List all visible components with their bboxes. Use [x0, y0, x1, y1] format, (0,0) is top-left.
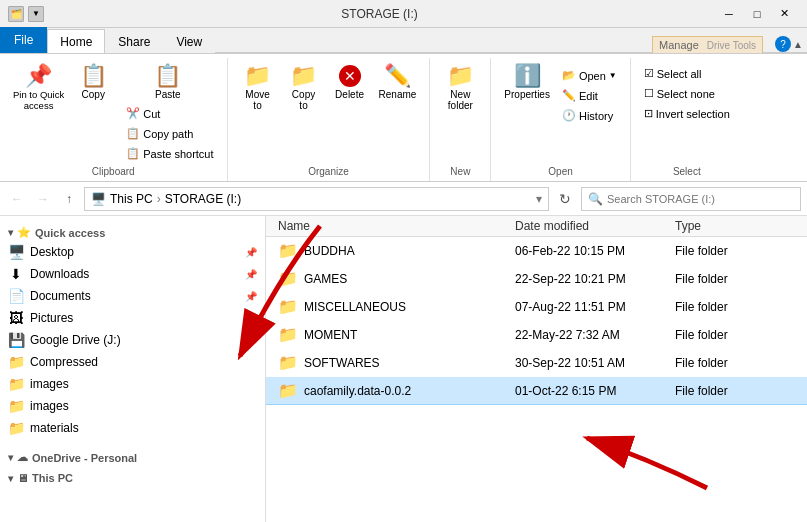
sidebar-item-compressed[interactable]: 📁 Compressed [0, 351, 265, 373]
file-type: File folder [675, 384, 795, 398]
tab-view[interactable]: View [163, 29, 215, 53]
file-name-cell: 📁 MOMENT [278, 325, 515, 344]
onedrive-label: OneDrive - Personal [32, 452, 137, 464]
sidebar-item-label: Compressed [30, 355, 98, 369]
file-date: 06-Feb-22 10:15 PM [515, 244, 675, 258]
delete-icon: ✕ [339, 65, 361, 87]
quick-access-chevron[interactable]: ▾ [8, 227, 13, 238]
maximize-button[interactable]: □ [743, 0, 771, 28]
ribbon-tabs: File Home Share View Manage Drive Tools … [0, 28, 807, 54]
sidebar-item-images-2[interactable]: 📁 images [0, 395, 265, 417]
paste-shortcut-button[interactable]: 📋 Paste shortcut [121, 144, 218, 163]
tab-home[interactable]: Home [47, 29, 105, 53]
table-row[interactable]: 📁 BUDDHA 06-Feb-22 10:15 PM File folder [266, 237, 807, 265]
quick-access-icon[interactable]: ▼ [28, 6, 44, 22]
images-folder-icon-1: 📁 [8, 376, 24, 392]
this-pc-link[interactable]: This PC [110, 192, 153, 206]
storage-link[interactable]: STORAGE (I:) [165, 192, 241, 206]
sidebar-item-label: images [30, 399, 69, 413]
table-row[interactable]: 📁 SOFTWARES 30-Sep-22 10:51 AM File fold… [266, 349, 807, 377]
new-group: 📁 New folder New [430, 58, 491, 181]
select-all-button[interactable]: ☑ Select all [639, 64, 707, 83]
open-button[interactable]: 📂 Open ▼ [557, 66, 622, 85]
quick-access-header: ▾ ⭐ Quick access [0, 220, 265, 241]
downloads-icon: ⬇ [8, 266, 24, 282]
new-folder-button[interactable]: 📁 New folder [438, 62, 482, 114]
tab-share[interactable]: Share [105, 29, 163, 53]
file-name: GAMES [304, 272, 347, 286]
search-box[interactable]: 🔍 [581, 187, 801, 211]
table-row[interactable]: 📁 GAMES 22-Sep-22 10:21 PM File folder [266, 265, 807, 293]
search-input[interactable] [607, 193, 794, 205]
organize-group: 📁 Move to 📁 Copy to ✕ Delete ✏️ Rename O… [228, 58, 431, 181]
copy-icon: 📋 [80, 65, 107, 87]
sidebar-item-label: materials [30, 421, 79, 435]
edit-button[interactable]: ✏️ Edit [557, 86, 622, 105]
column-type[interactable]: Type [675, 219, 795, 233]
paste-button[interactable]: 📋 Paste [117, 62, 218, 103]
column-date-modified[interactable]: Date modified [515, 219, 675, 233]
downloads-pin-icon: 📌 [245, 269, 257, 280]
history-icon: 🕐 [562, 109, 576, 122]
table-row[interactable]: 📁 caofamily.data-0.0.2 01-Oct-22 6:15 PM… [266, 377, 807, 405]
move-to-button[interactable]: 📁 Move to [236, 62, 280, 114]
file-list-header: Name Date modified Type [266, 216, 807, 237]
properties-button[interactable]: ℹ️ Properties [499, 62, 555, 103]
close-button[interactable]: ✕ [771, 0, 799, 28]
address-path[interactable]: 🖥️ This PC › STORAGE (I:) ▾ [84, 187, 549, 211]
onedrive-chevron[interactable]: ▾ [8, 452, 13, 463]
table-row[interactable]: 📁 MOMENT 22-May-22 7:32 AM File folder [266, 321, 807, 349]
refresh-button[interactable]: ↻ [553, 187, 577, 211]
folder-icon: 📁 [278, 381, 298, 400]
pin-quick-access-button[interactable]: 📌 Pin to Quick access [8, 62, 69, 115]
select-none-icon: ☐ [644, 87, 654, 100]
file-date: 07-Aug-22 11:51 PM [515, 300, 675, 314]
copy-path-button[interactable]: 📋 Copy path [121, 124, 218, 143]
quick-access-icon: ⭐ [17, 226, 31, 239]
back-button[interactable]: ← [6, 188, 28, 210]
file-name-cell: 📁 caofamily.data-0.0.2 [278, 381, 515, 400]
this-pc-icon: 🖥 [17, 472, 28, 484]
sidebar-item-label: images [30, 377, 69, 391]
copy-to-icon: 📁 [290, 65, 317, 87]
file-type: File folder [675, 356, 795, 370]
desktop-pin-icon: 📌 [245, 247, 257, 258]
copy-to-button[interactable]: 📁 Copy to [282, 62, 326, 114]
select-none-button[interactable]: ☐ Select none [639, 84, 720, 103]
new-items: 📁 New folder [436, 58, 484, 163]
file-name: MISCELLANEOUS [304, 300, 406, 314]
copy-button[interactable]: 📋 Copy [71, 62, 115, 103]
up-button[interactable]: ↑ [58, 188, 80, 210]
table-row[interactable]: 📁 MISCELLANEOUS 07-Aug-22 11:51 PM File … [266, 293, 807, 321]
sidebar-item-google-drive[interactable]: 💾 Google Drive (J:) 📌 [0, 329, 265, 351]
sidebar-item-images-1[interactable]: 📁 images [0, 373, 265, 395]
address-dropdown-icon[interactable]: ▾ [536, 192, 542, 206]
file-list: Name Date modified Type 📁 BUDDHA 06-Feb-… [266, 216, 807, 522]
tab-file[interactable]: File [0, 27, 47, 53]
desktop-icon: 🖥️ [8, 244, 24, 260]
collapse-ribbon-icon[interactable]: ▲ [793, 39, 803, 50]
images-folder-icon-2: 📁 [8, 398, 24, 414]
forward-button[interactable]: → [32, 188, 54, 210]
invert-selection-button[interactable]: ⊡ Invert selection [639, 104, 735, 123]
sidebar-item-pictures[interactable]: 🖼 Pictures 📌 [0, 307, 265, 329]
sidebar-item-materials[interactable]: 📁 materials [0, 417, 265, 439]
delete-button[interactable]: ✕ Delete [328, 62, 372, 103]
file-date: 30-Sep-22 10:51 AM [515, 356, 675, 370]
rename-button[interactable]: ✏️ Rename [374, 62, 422, 103]
minimize-button[interactable]: ─ [715, 0, 743, 28]
copy-path-icon: 📋 [126, 127, 140, 140]
sidebar-item-documents[interactable]: 📄 Documents 📌 [0, 285, 265, 307]
open-dropdown-icon[interactable]: ▼ [609, 71, 617, 80]
tab-manage[interactable]: Manage [659, 39, 699, 51]
sidebar-item-desktop[interactable]: 🖥️ Desktop 📌 [0, 241, 265, 263]
folder-icon: 📁 [278, 269, 298, 288]
cut-button[interactable]: ✂️ Cut [121, 104, 218, 123]
column-name[interactable]: Name [278, 219, 515, 233]
history-button[interactable]: 🕐 History [557, 106, 622, 125]
this-pc-chevron[interactable]: ▾ [8, 473, 13, 484]
title-bar: 🗂️ ▼ STORAGE (I:) ─ □ ✕ [0, 0, 807, 28]
clipboard-items: 📌 Pin to Quick access 📋 Copy 📋 Paste ✂️ … [6, 58, 221, 163]
sidebar-item-downloads[interactable]: ⬇ Downloads 📌 [0, 263, 265, 285]
help-icon[interactable]: ? [775, 36, 791, 52]
